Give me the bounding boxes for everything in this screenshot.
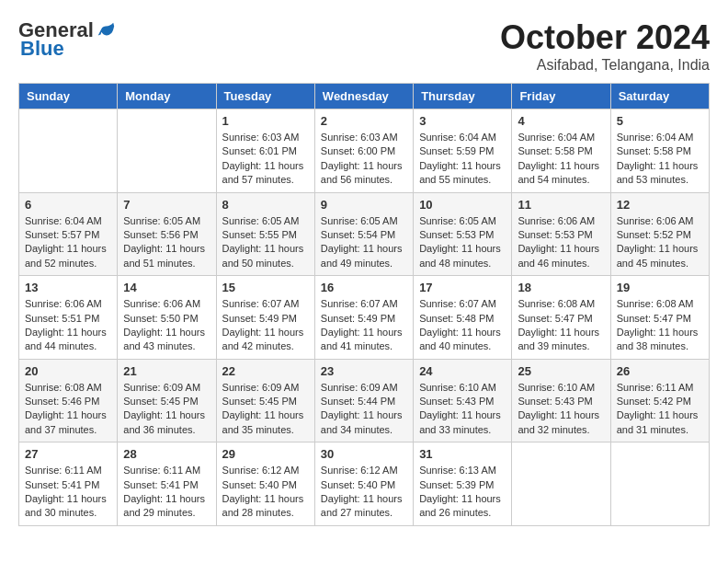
calendar-cell (19, 109, 118, 193)
calendar-cell: 23Sunrise: 6:09 AMSunset: 5:44 PMDayligh… (314, 359, 413, 442)
day-number: 30 (321, 447, 407, 461)
sunrise-text: Sunrise: 6:11 AM (123, 464, 210, 477)
sunrise-text: Sunrise: 6:04 AM (617, 131, 703, 144)
calendar-cell: 15Sunrise: 6:07 AMSunset: 5:49 PMDayligh… (216, 276, 314, 360)
sunrise-text: Sunrise: 6:07 AM (321, 297, 407, 311)
day-number: 31 (419, 447, 506, 461)
cell-details: Sunrise: 6:06 AMSunset: 5:52 PMDaylight:… (617, 214, 703, 271)
daylight-text: Daylight: 11 hours and 29 minutes. (123, 492, 210, 521)
day-number: 26 (617, 364, 703, 378)
day-number: 19 (617, 281, 703, 294)
daylight-text: Daylight: 11 hours and 36 minutes. (123, 408, 210, 437)
day-number: 15 (222, 281, 309, 294)
sunset-text: Sunset: 5:44 PM (321, 395, 407, 408)
daylight-text: Daylight: 11 hours and 37 minutes. (25, 408, 111, 437)
daylight-text: Daylight: 11 hours and 28 minutes. (222, 492, 309, 521)
sunset-text: Sunset: 5:49 PM (321, 312, 407, 326)
calendar-cell: 6Sunrise: 6:04 AMSunset: 5:57 PMDaylight… (19, 192, 118, 276)
calendar-cell: 13Sunrise: 6:06 AMSunset: 5:51 PMDayligh… (19, 276, 118, 360)
day-number: 28 (123, 447, 210, 461)
sunset-text: Sunset: 6:01 PM (222, 144, 309, 158)
sunset-text: Sunset: 5:51 PM (25, 312, 111, 326)
cell-details: Sunrise: 6:04 AMSunset: 5:57 PMDaylight:… (25, 214, 111, 271)
daylight-text: Daylight: 11 hours and 52 minutes. (25, 242, 111, 270)
calendar-cell: 26Sunrise: 6:11 AMSunset: 5:42 PMDayligh… (610, 359, 709, 442)
cell-details: Sunrise: 6:08 AMSunset: 5:46 PMDaylight:… (25, 381, 111, 438)
month-title: October 2024 (500, 18, 710, 57)
sunset-text: Sunset: 5:50 PM (123, 312, 210, 326)
daylight-text: Daylight: 11 hours and 41 minutes. (321, 326, 407, 354)
cell-details: Sunrise: 6:05 AMSunset: 5:56 PMDaylight:… (123, 214, 210, 271)
daylight-text: Daylight: 11 hours and 27 minutes. (321, 492, 407, 521)
sunset-text: Sunset: 5:40 PM (222, 478, 309, 492)
cell-details: Sunrise: 6:05 AMSunset: 5:53 PMDaylight:… (419, 214, 506, 271)
sunrise-text: Sunrise: 6:12 AM (321, 464, 407, 477)
sunset-text: Sunset: 5:41 PM (123, 478, 210, 492)
calendar-cell (512, 442, 610, 526)
daylight-text: Daylight: 11 hours and 48 minutes. (419, 242, 506, 270)
header-thursday: Thursday (414, 84, 512, 109)
sunset-text: Sunset: 5:43 PM (419, 395, 506, 408)
day-number: 3 (419, 114, 506, 128)
day-number: 9 (321, 198, 407, 212)
day-number: 20 (25, 364, 111, 378)
sunrise-text: Sunrise: 6:10 AM (518, 381, 604, 395)
daylight-text: Daylight: 11 hours and 31 minutes. (617, 408, 703, 437)
day-number: 29 (222, 447, 309, 461)
cell-details: Sunrise: 6:06 AMSunset: 5:51 PMDaylight:… (25, 297, 111, 354)
calendar-cell: 17Sunrise: 6:07 AMSunset: 5:48 PMDayligh… (414, 276, 512, 360)
sunrise-text: Sunrise: 6:05 AM (321, 214, 407, 228)
daylight-text: Daylight: 11 hours and 42 minutes. (222, 326, 309, 354)
sunrise-text: Sunrise: 6:07 AM (419, 297, 506, 311)
location-title: Asifabad, Telangana, India (500, 57, 710, 74)
day-number: 11 (518, 198, 604, 212)
sunrise-text: Sunrise: 6:04 AM (518, 131, 604, 144)
week-row-3: 20Sunrise: 6:08 AMSunset: 5:46 PMDayligh… (19, 359, 710, 442)
daylight-text: Daylight: 11 hours and 34 minutes. (321, 408, 407, 437)
sunset-text: Sunset: 5:54 PM (321, 228, 407, 242)
sunrise-text: Sunrise: 6:12 AM (222, 464, 309, 477)
cell-details: Sunrise: 6:11 AMSunset: 5:41 PMDaylight:… (25, 464, 111, 521)
sunset-text: Sunset: 5:39 PM (419, 478, 506, 492)
sunset-text: Sunset: 5:40 PM (321, 478, 407, 492)
sunset-text: Sunset: 5:46 PM (25, 395, 111, 408)
sunset-text: Sunset: 5:45 PM (222, 395, 309, 408)
sunrise-text: Sunrise: 6:06 AM (25, 297, 111, 311)
header-tuesday: Tuesday (216, 84, 314, 109)
daylight-text: Daylight: 11 hours and 30 minutes. (25, 492, 111, 521)
cell-details: Sunrise: 6:04 AMSunset: 5:59 PMDaylight:… (419, 131, 506, 188)
cell-details: Sunrise: 6:05 AMSunset: 5:54 PMDaylight:… (321, 214, 407, 271)
calendar-cell: 18Sunrise: 6:08 AMSunset: 5:47 PMDayligh… (512, 276, 610, 360)
calendar-cell: 25Sunrise: 6:10 AMSunset: 5:43 PMDayligh… (512, 359, 610, 442)
calendar-cell: 1Sunrise: 6:03 AMSunset: 6:01 PMDaylight… (216, 109, 314, 193)
cell-details: Sunrise: 6:06 AMSunset: 5:53 PMDaylight:… (518, 214, 604, 271)
title-area: October 2024 Asifabad, Telangana, India (500, 18, 710, 74)
sunrise-text: Sunrise: 6:05 AM (419, 214, 506, 228)
cell-details: Sunrise: 6:09 AMSunset: 5:45 PMDaylight:… (123, 381, 210, 438)
cell-details: Sunrise: 6:04 AMSunset: 5:58 PMDaylight:… (617, 131, 703, 188)
header-row: SundayMondayTuesdayWednesdayThursdayFrid… (19, 84, 710, 109)
sunrise-text: Sunrise: 6:06 AM (123, 297, 210, 311)
sunset-text: Sunset: 5:47 PM (518, 312, 604, 326)
sunset-text: Sunset: 5:45 PM (123, 395, 210, 408)
sunset-text: Sunset: 5:47 PM (617, 312, 703, 326)
day-number: 18 (518, 281, 604, 294)
daylight-text: Daylight: 11 hours and 56 minutes. (321, 159, 407, 188)
logo-blue: Blue (20, 37, 64, 61)
sunset-text: Sunset: 6:00 PM (321, 144, 407, 158)
calendar-cell: 12Sunrise: 6:06 AMSunset: 5:52 PMDayligh… (610, 192, 709, 276)
logo-bird-icon (96, 20, 116, 40)
sunset-text: Sunset: 5:56 PM (123, 228, 210, 242)
day-number: 1 (222, 114, 309, 128)
cell-details: Sunrise: 6:07 AMSunset: 5:48 PMDaylight:… (419, 297, 506, 354)
daylight-text: Daylight: 11 hours and 40 minutes. (419, 326, 506, 354)
day-number: 21 (123, 364, 210, 378)
daylight-text: Daylight: 11 hours and 49 minutes. (321, 242, 407, 270)
calendar-cell: 28Sunrise: 6:11 AMSunset: 5:41 PMDayligh… (118, 442, 216, 526)
daylight-text: Daylight: 11 hours and 53 minutes. (617, 159, 703, 188)
daylight-text: Daylight: 11 hours and 39 minutes. (518, 326, 604, 354)
daylight-text: Daylight: 11 hours and 45 minutes. (617, 242, 703, 270)
calendar-cell: 14Sunrise: 6:06 AMSunset: 5:50 PMDayligh… (118, 276, 216, 360)
sunset-text: Sunset: 5:52 PM (617, 228, 703, 242)
calendar-cell: 31Sunrise: 6:13 AMSunset: 5:39 PMDayligh… (414, 442, 512, 526)
